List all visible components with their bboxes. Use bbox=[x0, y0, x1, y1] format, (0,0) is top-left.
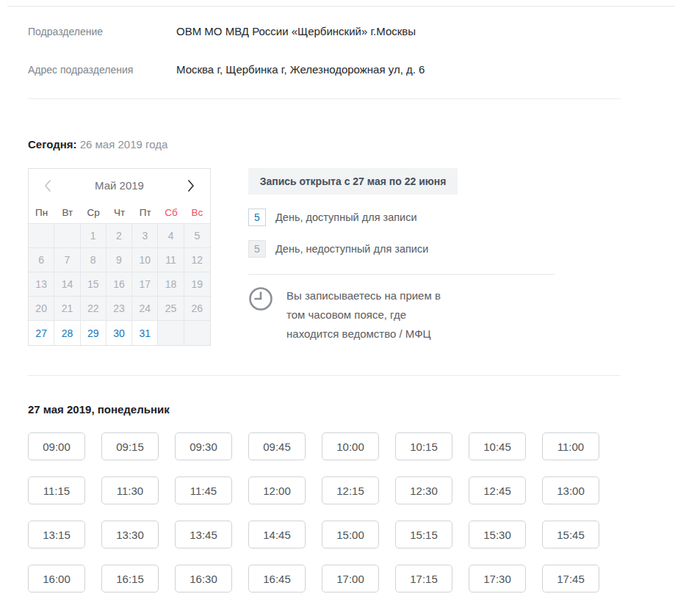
legend-unavailable-label: День, недоступный для записи bbox=[275, 243, 428, 255]
department-row: Подразделение ОВМ МО МВД России «Щербинс… bbox=[28, 25, 675, 37]
calendar-day-available[interactable]: 31 bbox=[132, 321, 158, 345]
time-slot-button[interactable]: 17:15 bbox=[395, 565, 452, 593]
today-label: Сегодня: bbox=[28, 138, 77, 151]
calendar-day-disabled: 9 bbox=[107, 248, 132, 272]
calendar-day-disabled: 23 bbox=[107, 297, 132, 321]
legend-divider bbox=[248, 274, 555, 275]
calendar-day-disabled: 2 bbox=[107, 224, 132, 248]
calendar-day-disabled: 22 bbox=[81, 297, 107, 321]
clock-icon bbox=[248, 286, 273, 344]
calendar-day-disabled: 6 bbox=[29, 248, 54, 272]
department-address-label: Адрес подразделения bbox=[28, 64, 176, 76]
time-slot-button[interactable]: 13:45 bbox=[175, 521, 232, 548]
time-slot-button[interactable]: 13:00 bbox=[542, 477, 599, 504]
calendar: Май 2019 ПнВтСрЧтПтСбВс 1234567891011121… bbox=[28, 168, 211, 346]
section-divider bbox=[28, 98, 621, 99]
time-slot-button[interactable]: 17:00 bbox=[322, 565, 379, 593]
weekday-label: Ср bbox=[81, 207, 107, 218]
time-slots-grid: 09:0009:1509:3009:4510:0010:1510:4511:00… bbox=[28, 432, 616, 593]
calendar-day-empty bbox=[184, 321, 210, 345]
calendar-day-empty bbox=[158, 321, 184, 345]
calendar-weekday-row: ПнВтСрЧтПтСбВс bbox=[29, 202, 210, 223]
calendar-day-available[interactable]: 30 bbox=[107, 321, 132, 345]
calendar-day-disabled: 13 bbox=[29, 272, 54, 297]
time-slot-button[interactable]: 15:45 bbox=[542, 521, 599, 548]
chevron-left-icon bbox=[43, 179, 52, 192]
time-slot-button[interactable]: 13:15 bbox=[28, 521, 85, 548]
weekday-label: Сб bbox=[158, 207, 184, 218]
selected-date-title: 27 мая 2019, понедельник bbox=[28, 403, 675, 416]
weekday-label: Вс bbox=[184, 207, 210, 218]
calendar-day-disabled: 15 bbox=[81, 272, 107, 297]
time-slot-button[interactable]: 16:00 bbox=[28, 565, 85, 593]
weekday-label: Пн bbox=[29, 207, 54, 218]
department-label: Подразделение bbox=[28, 26, 176, 37]
calendar-day-available[interactable]: 27 bbox=[29, 321, 54, 345]
legend-unavailable: 5 День, недоступный для записи bbox=[248, 240, 555, 258]
calendar-day-disabled: 14 bbox=[54, 272, 80, 297]
legend-available: 5 День, доступный для записи bbox=[248, 209, 555, 226]
time-slot-button[interactable]: 11:45 bbox=[175, 477, 232, 504]
calendar-day-empty bbox=[54, 224, 80, 248]
time-slot-button[interactable]: 11:00 bbox=[542, 432, 599, 460]
booking-legend-column: Запись открыта с 27 мая по 22 июня 5 Ден… bbox=[248, 168, 555, 346]
time-slot-button[interactable]: 09:15 bbox=[101, 432, 159, 460]
calendar-day-disabled: 7 bbox=[54, 248, 80, 272]
time-slot-button[interactable]: 16:45 bbox=[248, 565, 306, 593]
time-slot-button[interactable]: 16:30 bbox=[175, 565, 232, 593]
time-slot-button[interactable]: 14:45 bbox=[248, 521, 306, 548]
timezone-note: Вы записываетесь на прием в том часовом … bbox=[248, 286, 555, 344]
time-slot-button[interactable]: 16:15 bbox=[101, 565, 159, 593]
calendar-day-disabled: 25 bbox=[158, 297, 184, 321]
calendar-day-available[interactable]: 29 bbox=[81, 321, 107, 345]
time-slot-button[interactable]: 09:00 bbox=[28, 432, 85, 460]
calendar-day-available[interactable]: 28 bbox=[54, 321, 80, 345]
calendar-day-empty bbox=[29, 224, 54, 248]
time-slot-button[interactable]: 15:30 bbox=[469, 521, 526, 548]
time-slot-button[interactable]: 15:15 bbox=[395, 521, 452, 548]
calendar-day-disabled: 3 bbox=[132, 224, 158, 248]
time-slot-button[interactable]: 11:15 bbox=[28, 477, 85, 504]
time-slot-button[interactable]: 11:30 bbox=[101, 477, 159, 504]
calendar-day-disabled: 12 bbox=[184, 248, 210, 272]
calendar-day-disabled: 8 bbox=[81, 248, 107, 272]
time-slot-button[interactable]: 17:45 bbox=[542, 565, 599, 593]
time-slot-button[interactable]: 10:45 bbox=[469, 432, 526, 460]
time-slot-button[interactable]: 09:45 bbox=[248, 432, 306, 460]
slots-divider bbox=[28, 375, 621, 376]
legend-available-day-box: 5 bbox=[248, 209, 266, 226]
time-slot-button[interactable]: 17:30 bbox=[469, 565, 526, 593]
time-slot-button[interactable]: 12:00 bbox=[248, 477, 306, 504]
department-info-section: Подразделение ОВМ МО МВД России «Щербинс… bbox=[0, 25, 675, 76]
time-slot-button[interactable]: 12:30 bbox=[395, 477, 452, 504]
calendar-day-disabled: 17 bbox=[132, 272, 158, 297]
time-slot-button[interactable]: 15:00 bbox=[322, 521, 379, 548]
time-slot-button[interactable]: 10:15 bbox=[395, 432, 452, 460]
calendar-day-disabled: 10 bbox=[132, 248, 158, 272]
prev-month-button[interactable] bbox=[40, 178, 56, 194]
booking-window-banner: Запись открыта с 27 мая по 22 июня bbox=[248, 168, 458, 195]
legend-available-label: День, доступный для записи bbox=[275, 211, 417, 223]
legend-unavailable-day-box: 5 bbox=[248, 240, 266, 258]
time-slot-button[interactable]: 10:00 bbox=[322, 432, 379, 460]
time-slot-button[interactable]: 12:45 bbox=[469, 477, 526, 504]
time-slots-section: 27 мая 2019, понедельник 09:0009:1509:30… bbox=[0, 403, 675, 593]
today-value: 26 мая 2019 года bbox=[80, 138, 168, 151]
time-slot-button[interactable]: 13:30 bbox=[101, 521, 159, 548]
calendar-day-disabled: 5 bbox=[184, 224, 210, 248]
calendar-grid: 1234567891011121314151617181920212223242… bbox=[29, 223, 210, 345]
time-slot-button[interactable]: 09:30 bbox=[175, 432, 232, 460]
next-month-button[interactable] bbox=[183, 178, 199, 194]
calendar-day-disabled: 21 bbox=[54, 297, 80, 321]
calendar-day-disabled: 20 bbox=[29, 297, 54, 321]
chevron-right-icon bbox=[187, 179, 195, 192]
calendar-day-disabled: 26 bbox=[184, 297, 210, 321]
timezone-note-text: Вы записываетесь на прием в том часовом … bbox=[286, 286, 442, 344]
weekday-label: Вт bbox=[54, 207, 80, 218]
calendar-day-disabled: 18 bbox=[158, 272, 184, 297]
time-slot-button[interactable]: 12:15 bbox=[322, 477, 379, 504]
calendar-day-disabled: 19 bbox=[184, 272, 210, 297]
calendar-month-title: Май 2019 bbox=[95, 179, 144, 192]
calendar-day-disabled: 11 bbox=[158, 248, 184, 272]
calendar-day-disabled: 1 bbox=[81, 224, 107, 248]
